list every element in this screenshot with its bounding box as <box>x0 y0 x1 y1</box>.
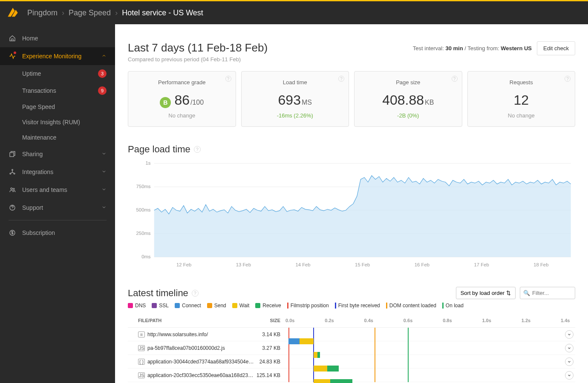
svg-text:12 Feb: 12 Feb <box>176 262 191 267</box>
timeline-row[interactable]: JSapplication-20cf303ecc5350eae60aa168d2… <box>128 369 575 382</box>
grade-badge: B <box>160 97 171 108</box>
breadcrumb: Pingdom › Page Speed › Hotel service - U… <box>27 9 203 17</box>
edit-check-button[interactable]: Edit check <box>537 41 575 55</box>
timeline-tick: 0.2s <box>325 318 334 323</box>
card-label: Page size <box>362 79 454 86</box>
legend-item: DOM content loaded <box>386 303 436 309</box>
expand-button[interactable] <box>565 371 574 380</box>
timeline-row[interactable]: ≡http://www.solarsuites.info/3.14 KB <box>128 328 575 341</box>
card-delta: No change <box>476 112 568 119</box>
help-icon[interactable]: ? <box>565 76 571 82</box>
file-name: http://www.solarsuites.info/ <box>147 332 208 337</box>
sidebar-item-integrations[interactable]: Integrations <box>0 163 115 181</box>
help-icon[interactable]: ? <box>194 146 201 153</box>
sidebar-item-home[interactable]: Home <box>0 29 115 47</box>
svg-text:14 Feb: 14 Feb <box>295 262 310 267</box>
sidebar: Home Experience Monitoring Uptime3Transa… <box>0 24 115 383</box>
file-size: 125.14 KB <box>256 372 285 378</box>
file-type-icon: ≡ <box>138 332 145 337</box>
metric-card[interactable]: ?Requests12No change <box>467 71 576 127</box>
load-time-chart[interactable]: 0ms250ms500ms750ms1s12 Feb13 Feb14 Feb15… <box>128 159 575 270</box>
svg-text:500ms: 500ms <box>136 207 151 212</box>
help-icon[interactable]: ? <box>192 290 199 297</box>
chevron-down-icon <box>101 151 107 157</box>
card-value: 408.88KB <box>362 92 454 108</box>
sidebar-label: Sharing <box>22 151 43 157</box>
timeline-title: Latest timeline ? <box>128 288 199 299</box>
breadcrumb-mid[interactable]: Page Speed <box>69 9 111 17</box>
metric-card[interactable]: ?Load time693MS-16ms (2.26%) <box>241 71 349 127</box>
legend-swatch <box>255 303 260 308</box>
legend-item: Receive <box>255 303 281 309</box>
card-value: 12 <box>476 92 568 108</box>
legend-swatch <box>175 303 180 308</box>
file-type-icon: { } <box>138 359 145 365</box>
expand-button[interactable] <box>565 344 574 352</box>
svg-point-4 <box>11 188 12 189</box>
timeline-tick: 1.2s <box>522 318 530 323</box>
legend-item: On load <box>442 303 464 309</box>
legend-swatch <box>442 303 444 309</box>
timeline-row[interactable]: JSpa-5b97ffa8cea07b00160000d2.js3.27 KB <box>128 341 575 355</box>
main-content: Last 7 days (11 Feb-18 Feb) Compared to … <box>115 24 588 383</box>
timing-bar <box>330 379 352 383</box>
help-icon[interactable]: ? <box>225 76 231 82</box>
divider <box>9 220 107 220</box>
card-delta: -2B (0%) <box>362 112 454 119</box>
chevron-up-icon <box>101 53 107 60</box>
chevron-down-icon <box>101 186 107 193</box>
search-icon: 🔍 <box>523 290 530 296</box>
sidebar-sub-item[interactable]: Maintenance <box>0 130 115 145</box>
sidebar-sub-item[interactable]: Visitor Insights (RUM) <box>0 114 115 130</box>
file-size: 24.83 KB <box>256 359 285 365</box>
legend-item: Send <box>207 303 226 309</box>
expand-button[interactable] <box>565 330 574 339</box>
expand-button[interactable] <box>565 357 574 366</box>
legend-swatch <box>207 303 212 308</box>
timeline-tick: 1.4s <box>561 318 570 323</box>
sort-button[interactable]: Sort by load order⇅ <box>456 287 516 299</box>
svg-text:15 Feb: 15 Feb <box>355 262 370 267</box>
sidebar-item-support[interactable]: Support <box>0 199 115 217</box>
breadcrumb-root[interactable]: Pingdom <box>27 9 58 17</box>
metric-card[interactable]: ?Page size408.88KB-2B (0%) <box>354 71 462 127</box>
file-name: application-30044cded7374aa68af9334504e6… <box>147 359 256 365</box>
help-icon[interactable]: ? <box>452 76 458 82</box>
timeline-table-header: FILE/PATH SIZE 0.0s0.2s0.4s0.6s0.8s1.0s1… <box>128 315 575 328</box>
svg-text:13 Feb: 13 Feb <box>236 262 251 267</box>
dollar-icon <box>9 229 16 237</box>
share-icon <box>9 150 16 158</box>
help-icon[interactable]: ? <box>338 76 344 82</box>
timeline-row[interactable]: { }application-30044cded7374aa68af933450… <box>128 355 575 369</box>
sidebar-item-sharing[interactable]: Sharing <box>0 145 115 163</box>
card-label: Load time <box>249 79 341 86</box>
timing-bar <box>327 366 338 372</box>
file-type-icon: JS <box>138 372 145 378</box>
sidebar-sub-item[interactable]: Page Speed <box>0 99 115 114</box>
file-name: application-20cf303ecc5350eae60aa168d23a… <box>147 372 256 378</box>
timing-bar <box>288 338 300 344</box>
test-interval-text: Test interval: 30 min / Testing from: We… <box>413 45 532 51</box>
sidebar-label: Users and teams <box>22 186 67 193</box>
sidebar-sub-label: Uptime <box>22 70 41 77</box>
alert-badge: 3 <box>98 69 107 78</box>
timeline-tick: 0.6s <box>404 318 412 323</box>
metric-card[interactable]: ?Performance gradeB86/100No change <box>128 71 236 127</box>
chevron-down-icon <box>101 204 107 211</box>
sidebar-item-subscription[interactable]: Subscription <box>0 224 115 242</box>
integrations-icon <box>9 168 16 176</box>
legend-item: Filmstrip position <box>287 303 329 309</box>
svg-text:17 Feb: 17 Feb <box>474 262 489 267</box>
sidebar-sub-item[interactable]: Uptime3 <box>0 65 115 82</box>
svg-point-1 <box>12 169 13 171</box>
sort-icon: ⇅ <box>506 290 511 296</box>
legend-swatch <box>287 303 288 309</box>
sidebar-item-users[interactable]: Users and teams <box>0 181 115 199</box>
chevron-right-icon: › <box>115 9 118 17</box>
timeline-legend: DNSSSLConnectSendWaitReceiveFilmstrip po… <box>128 303 575 309</box>
help-icon <box>9 204 16 212</box>
sidebar-item-experience[interactable]: Experience Monitoring <box>0 47 115 65</box>
legend-swatch <box>128 303 133 308</box>
sidebar-sub-item[interactable]: Transactions9 <box>0 82 115 99</box>
card-value: B86/100 <box>136 92 228 108</box>
